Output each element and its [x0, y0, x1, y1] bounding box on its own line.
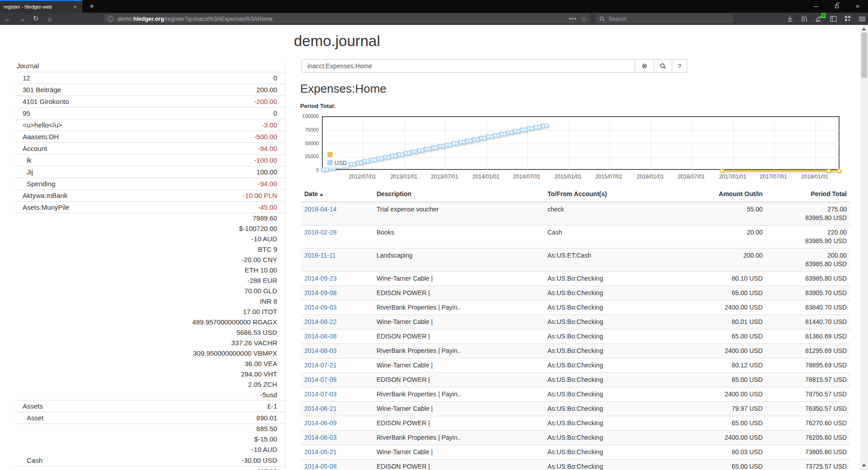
browser-tab[interactable]: register - hledger-web ×	[0, 0, 82, 13]
search-bar[interactable]: Search	[596, 14, 733, 24]
page-scrollbar[interactable]	[860, 25, 868, 470]
sidebar-account-balance: -45.00	[258, 202, 285, 212]
minimize-button[interactable]	[806, 0, 826, 13]
sidebar-account-link[interactable]: Asets:MunyPile	[15, 202, 69, 212]
sidebar-account-balance: -288 EUR	[247, 276, 285, 286]
downloads-button[interactable]	[786, 15, 794, 23]
transaction-date-link[interactable]: 2014-09-03	[304, 304, 337, 311]
transaction-description: Wine-Tarner Cable |	[373, 272, 544, 286]
close-icon: ×	[856, 3, 859, 9]
legend-entry: USD	[327, 159, 347, 167]
bookmark-star-icon[interactable]: ☆	[581, 15, 587, 23]
sidebar-account-link[interactable]: 95	[15, 108, 30, 118]
library-button[interactable]	[800, 15, 808, 23]
new-tab-button[interactable]: +	[85, 0, 99, 13]
sidebar-row: 5686.53 USD	[15, 327, 285, 338]
scrollbar-up-arrow[interactable]	[862, 28, 866, 30]
sidebar-account-link[interactable]: Asset	[15, 413, 44, 423]
transaction-date-link[interactable]: 2014-09-08	[304, 289, 337, 296]
transaction-date-link[interactable]: 2014-08-22	[304, 318, 337, 325]
period-total: 76270.60 USD	[766, 416, 850, 431]
transaction-accounts: As:US:Bo:Checking	[544, 301, 670, 315]
sidebar-account-link[interactable]: Aktywa:mBank	[15, 191, 67, 201]
sidebar-account-link[interactable]: 301 Beiträge	[15, 85, 61, 95]
transaction-date-link[interactable]: 2014-08-03	[304, 347, 337, 354]
sidebar-toggle-icon	[830, 16, 837, 22]
register-row: 2014-09-23Wine-Tarner Cable |As:US:Bo:Ch…	[301, 272, 850, 286]
legend-swatch	[327, 160, 333, 165]
transaction-date-link[interactable]: 2014-08-08	[304, 333, 337, 340]
tab-title: register - hledger-web	[4, 4, 71, 9]
transaction-date-link[interactable]: 2014-05-21	[304, 448, 337, 456]
page-content: Journal120301 Beiträge200.004101 Girokon…	[0, 25, 860, 470]
sidebar-row: 4101 Girokonto-200.00	[15, 95, 285, 107]
sidebar-account-link[interactable]: Jij	[15, 167, 33, 177]
query-input[interactable]	[302, 59, 635, 73]
transaction-date-link[interactable]: 2014-05-08	[304, 463, 337, 470]
clear-query-button[interactable]: ⊗	[635, 59, 654, 73]
url-text: demo.hledger.org/register?q=inacct%3AExp…	[118, 16, 569, 22]
url-bar[interactable]: i demo.hledger.org/register?q=inacct%3AE…	[104, 14, 590, 24]
x-axis-tick-label: 2013/01/01	[383, 174, 424, 180]
query-form: ⊗ ?	[302, 59, 687, 73]
sidebar-account-link[interactable]: 4101 Girokonto	[15, 97, 69, 107]
sidebar-account-balance: -3.00	[262, 120, 285, 130]
transaction-description: RiverBank Properties | Payin..	[373, 387, 544, 402]
sidebar-account-balance: 309.950000000000 VBMPX	[193, 348, 285, 358]
close-button[interactable]: ×	[847, 0, 868, 13]
column-header-date[interactable]: Date	[301, 188, 373, 202]
help-button[interactable]: ?	[672, 59, 687, 73]
transaction-date-link[interactable]: 2014-07-09	[304, 376, 337, 383]
transaction-date-link[interactable]: 2014-06-03	[304, 434, 337, 441]
transaction-date-link[interactable]: 2014-07-21	[304, 362, 337, 369]
sidebar-account-link[interactable]: Spending	[15, 179, 55, 189]
register-header-row: Date Description To/From Account(s) Amou…	[301, 188, 850, 202]
period-total: 200.0083985.80 USD	[766, 249, 850, 272]
transaction-date-link[interactable]: 2018-04-14	[304, 206, 337, 213]
reload-button[interactable]: ↻	[29, 14, 42, 24]
scrollbar-down-arrow[interactable]	[862, 465, 866, 467]
sidebar-account-balance: £-1	[267, 401, 285, 411]
sidebar-account-link[interactable]: Cash	[15, 456, 42, 465]
extension-button[interactable]: 0	[815, 15, 823, 23]
home-button[interactable]: ⌂	[43, 14, 56, 24]
transaction-date-link[interactable]: 2014-06-21	[304, 405, 337, 412]
sidebar-account-link[interactable]: Journal	[15, 61, 39, 71]
sidebar-row: 120	[15, 72, 285, 84]
search-button[interactable]	[654, 59, 672, 73]
tab-close-icon[interactable]: ×	[71, 4, 79, 10]
sidebar-account-link[interactable]: Aaasets:DH	[15, 132, 59, 142]
register-row: 2014-09-08EDISON POWER |As:US:Bo:Checkin…	[301, 286, 850, 301]
sidebar-account-link[interactable]: 12	[15, 73, 30, 83]
period-total: 83840.70 USD	[766, 301, 850, 315]
sidebar-account-balance: 685.50	[256, 424, 285, 434]
sidebar-account-link[interactable]: Account	[15, 144, 47, 154]
more-tools-button[interactable]	[844, 15, 852, 23]
sidebar-account-balance: 17.00 ITOT	[243, 307, 285, 317]
forward-button[interactable]: →	[15, 14, 28, 24]
sidebar-account-link[interactable]: <u>hello</u>	[15, 120, 62, 130]
y-axis-tick-label: 0	[301, 167, 319, 173]
sidebar-account-balance: 5686.53 USD	[236, 328, 285, 338]
sidebar-account-link[interactable]: Assets	[15, 401, 43, 411]
period-total: 76350.57 USD	[766, 402, 850, 416]
transaction-date-link[interactable]: 2014-07-03	[304, 390, 337, 398]
tab-bar: register - hledger-web × + ×	[0, 0, 868, 13]
transaction-amount: 65.00 USD	[670, 373, 766, 387]
transaction-date-link[interactable]: 2016-11-11	[304, 252, 336, 259]
transaction-date-link[interactable]: 2014-09-23	[304, 275, 337, 282]
transaction-amount: 79.97 USD	[670, 402, 766, 416]
transaction-date-link[interactable]: 2014-06-09	[304, 419, 337, 427]
sidebars-button[interactable]	[829, 15, 837, 23]
restore-button[interactable]	[826, 0, 847, 13]
page-actions-icon[interactable]: •••	[569, 15, 577, 22]
transaction-date-link[interactable]: 2018-02-28	[304, 229, 337, 236]
sidebar-row: Asset890.01	[15, 412, 285, 423]
scrollbar-thumb[interactable]	[861, 33, 867, 78]
menu-button[interactable]	[858, 15, 866, 23]
minimize-icon	[814, 6, 818, 7]
back-button[interactable]: ←	[1, 14, 14, 24]
transaction-accounts: Cash	[544, 226, 670, 249]
sidebar-account-link[interactable]: lk	[15, 155, 32, 165]
site-info-icon[interactable]: i	[108, 16, 113, 22]
